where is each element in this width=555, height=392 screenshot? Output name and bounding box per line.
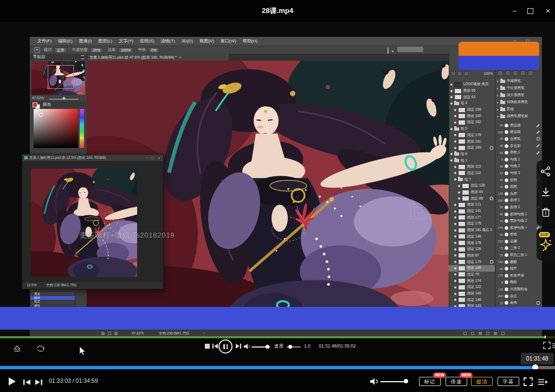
playlist-icon[interactable] xyxy=(538,378,548,385)
layer-name[interactable]: 固定 148 xyxy=(467,234,481,239)
layer-row[interactable]: 固定 152 xyxy=(449,119,495,126)
brush-row[interactable]: 10 勾线 2 xyxy=(495,163,542,170)
visibility-eye-icon[interactable] xyxy=(450,128,453,130)
layer-row[interactable]: 固定 141 xyxy=(449,208,495,215)
mini-panel-row[interactable]: 路径 xyxy=(30,296,75,300)
layer-row[interactable]: 固定 148 xyxy=(449,234,495,240)
ps-menu-item[interactable]: 文字(Y) xyxy=(115,37,137,46)
star-collect-icon[interactable] xyxy=(540,239,552,252)
layer-name[interactable]: 固定 169 xyxy=(467,145,481,150)
ps-menu-item[interactable]: 帮助(H) xyxy=(240,37,261,46)
layer-name[interactable]: 图层 177 xyxy=(467,215,481,220)
brush-row[interactable]: 60 草图 1 xyxy=(495,149,542,156)
visibility-eye-icon[interactable] xyxy=(454,166,456,168)
brush-row[interactable]: 8 勾线 1 xyxy=(495,156,542,163)
layer-thumbnail[interactable] xyxy=(458,209,466,214)
brush-name[interactable]: 肌理勾线 + xyxy=(510,226,527,230)
visibility-eye-icon[interactable] xyxy=(450,102,453,105)
brush-name[interactable]: 底图 xyxy=(510,184,517,189)
layer-thumbnail[interactable] xyxy=(458,291,466,297)
mini-panel-row[interactable]: 图层 xyxy=(30,300,75,304)
layer-row[interactable]: 固定 126 xyxy=(449,246,495,253)
brush-name[interactable]: 双色三角 1 xyxy=(510,253,527,258)
ps-menu-item[interactable]: 选择(S) xyxy=(137,37,158,46)
layer-thumbnail[interactable] xyxy=(458,228,466,233)
layer-row[interactable]: 图层 87 xyxy=(449,253,495,259)
panel-footer-mask-icon[interactable] xyxy=(471,332,474,335)
brush-name[interactable]: 肌理勾线 1 xyxy=(510,212,527,217)
visibility-eye-icon[interactable] xyxy=(458,191,460,194)
layer-thumbnail[interactable] xyxy=(458,132,466,138)
navigator-panel-tab[interactable]: 导航器 xyxy=(30,54,87,60)
layer-name[interactable]: 图层 66 xyxy=(463,88,475,93)
brush-row[interactable]: 170 大团颗粒金 xyxy=(495,286,542,293)
layer-row[interactable]: 图层 174 xyxy=(449,278,495,284)
brush-name[interactable]: 植叶 xyxy=(510,266,517,271)
download-icon[interactable] xyxy=(540,187,551,197)
layer-thumbnail[interactable] xyxy=(458,278,466,284)
layer-row[interactable]: 组 7 xyxy=(449,176,495,183)
layer-name[interactable]: 固定 159 xyxy=(467,107,481,112)
layer-name[interactable]: 图层 87 xyxy=(467,253,479,258)
inner-volume-handle[interactable] xyxy=(266,345,269,349)
layer-row[interactable]: 组 5 xyxy=(449,126,495,132)
brush-tool-icon[interactable] xyxy=(34,47,40,53)
layer-thumbnail[interactable] xyxy=(458,253,466,258)
eject-icon[interactable] xyxy=(14,345,21,352)
layer-row[interactable]: 固定 178 xyxy=(449,132,495,139)
navigator-thumbnail[interactable] xyxy=(31,61,85,95)
panel-menu-icon[interactable] xyxy=(81,55,85,59)
brush-name[interactable]: 柔边圆 xyxy=(510,123,521,128)
ps-document-tab[interactable]: 元素人物绘画11.psd @ 47.6% (图层 160, RGB/8#) * … xyxy=(87,54,229,61)
visibility-eye-icon[interactable] xyxy=(454,229,456,232)
brush-row[interactable]: 120 头发 xyxy=(495,190,542,197)
visibility-eye-icon[interactable] xyxy=(454,216,456,219)
visibility-eye-icon[interactable] xyxy=(454,172,456,174)
color-picker-field[interactable] xyxy=(34,109,78,148)
previous-button[interactable] xyxy=(23,379,31,385)
color-panel-tab[interactable]: 颜色 xyxy=(30,101,87,108)
ps-menu-item[interactable]: 编辑(E) xyxy=(55,37,76,46)
layer-row[interactable]: 固定 179 xyxy=(449,259,495,265)
layer-thumbnail[interactable] xyxy=(458,247,466,252)
brush-folder-row[interactable]: 特殊效果画笔 xyxy=(495,99,542,106)
layer-thumbnail[interactable] xyxy=(458,285,466,290)
visibility-eye-icon[interactable] xyxy=(454,293,456,295)
brush-row[interactable]: 250 肌理 1 xyxy=(495,197,542,204)
layer-row[interactable]: 固定 146 xyxy=(449,297,495,303)
floating-window-canvas[interactable] xyxy=(31,169,137,277)
panel-footer-newlayer-icon[interactable] xyxy=(494,332,497,335)
layer-thumbnail[interactable] xyxy=(458,107,466,113)
layer-name[interactable]: 图层 181 视点 1 xyxy=(467,228,492,233)
ps-menu-item[interactable]: 视图(V) xyxy=(196,37,217,46)
brush-name[interactable]: 勾线 1 xyxy=(510,157,520,162)
navigator-view-rect[interactable] xyxy=(48,65,74,89)
layer-row[interactable]: LOGO素材 拷贝 xyxy=(449,81,495,88)
option-value[interactable]: 正常 xyxy=(54,47,67,53)
layer-name[interactable]: 图层 84 xyxy=(471,190,483,195)
fullscreen-icon[interactable] xyxy=(524,377,533,386)
layer-row[interactable]: 图层 178 xyxy=(449,240,495,246)
inner-fullscreen-icon[interactable] xyxy=(543,342,551,349)
lock-transparent-icon[interactable] xyxy=(451,71,456,76)
layer-name[interactable]: 固定 178 xyxy=(467,133,481,138)
brush-name[interactable]: 切图 xyxy=(510,178,517,183)
layer-thumbnail[interactable] xyxy=(458,266,466,271)
layer-row[interactable]: 组 6 xyxy=(449,151,495,158)
layer-row[interactable]: 图层 161 xyxy=(449,138,495,145)
brush-row[interactable]: 65 肌理勾线 1 xyxy=(495,211,542,218)
tool-option[interactable]: 流量: 100% xyxy=(108,47,133,53)
layer-name[interactable]: 图层 171 xyxy=(467,202,481,207)
layer-thumbnail[interactable] xyxy=(458,120,466,125)
brush-row[interactable]: 250 花瓣 xyxy=(495,238,542,245)
layer-thumbnail[interactable] xyxy=(454,82,462,87)
layer-thumbnail[interactable] xyxy=(454,94,462,100)
visibility-eye-icon[interactable] xyxy=(454,109,456,111)
brush-row[interactable]: 90 植叶 xyxy=(495,265,542,272)
layer-row[interactable]: 图层 177 xyxy=(449,214,495,221)
share-icon[interactable] xyxy=(540,166,551,177)
layer-thumbnail[interactable] xyxy=(458,215,466,220)
layer-row[interactable]: 固定 76 xyxy=(449,272,495,278)
layer-name[interactable]: 固定 112 xyxy=(467,171,481,176)
visibility-eye-icon[interactable] xyxy=(450,153,453,155)
